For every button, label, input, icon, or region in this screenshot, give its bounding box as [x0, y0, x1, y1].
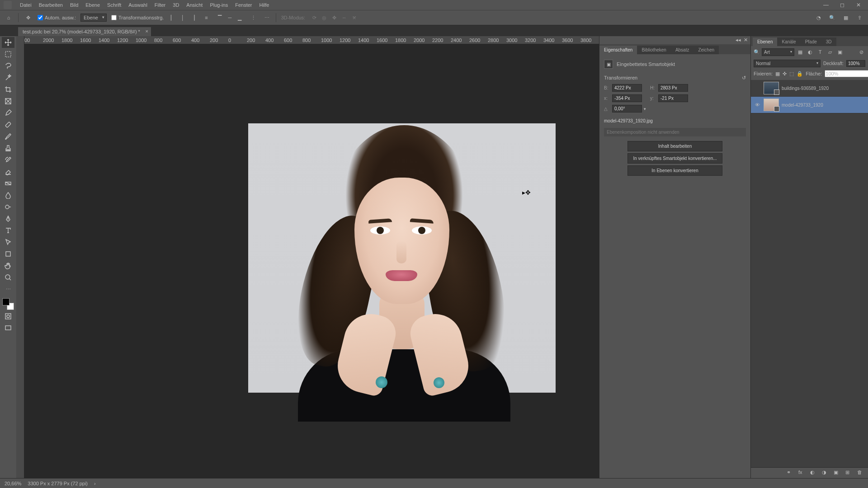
- minimize-button[interactable]: —: [820, 0, 832, 9]
- menu-select[interactable]: Auswahl: [125, 2, 151, 8]
- menu-plugins[interactable]: Plug-ins: [206, 2, 231, 8]
- eyedropper-tool[interactable]: [2, 108, 14, 118]
- tab-character[interactable]: Zeichen: [693, 46, 719, 54]
- zoom-tool[interactable]: [2, 272, 14, 283]
- brush-tool[interactable]: [2, 131, 14, 142]
- hand-tool[interactable]: [2, 260, 14, 271]
- search-icon[interactable]: 🔍: [754, 49, 760, 55]
- color-swatch[interactable]: [2, 298, 14, 310]
- shape-tool[interactable]: [2, 249, 14, 259]
- align-hcenter-icon[interactable]: │: [178, 13, 187, 22]
- blend-mode-select[interactable]: Normal: [754, 60, 821, 67]
- filter-toggle-icon[interactable]: ⊘: [857, 48, 865, 56]
- align-bottom-icon[interactable]: ▁: [235, 13, 244, 22]
- visibility-toggle[interactable]: 👁: [754, 102, 761, 108]
- crop-tool[interactable]: [2, 84, 14, 95]
- tab-properties[interactable]: Eigenschaften: [599, 46, 637, 54]
- menu-view[interactable]: Ansicht: [183, 2, 206, 8]
- eraser-tool[interactable]: [2, 166, 14, 177]
- layer-thumbnail[interactable]: [764, 99, 779, 111]
- more-options-icon[interactable]: ⋯: [262, 13, 271, 22]
- menu-layer[interactable]: Ebene: [82, 2, 104, 8]
- align-right-icon[interactable]: ▕: [188, 13, 197, 22]
- pen-tool[interactable]: [2, 213, 14, 224]
- path-select-tool[interactable]: [2, 237, 14, 248]
- filter-pixel-icon[interactable]: ▦: [796, 48, 804, 56]
- lasso-tool[interactable]: [2, 61, 14, 71]
- move-tool[interactable]: [2, 37, 14, 48]
- filter-smart-icon[interactable]: ▣: [836, 48, 844, 56]
- transform-ctrls-check[interactable]: [111, 15, 117, 20]
- marquee-tool[interactable]: [2, 49, 14, 60]
- tab-3d[interactable]: 3D: [821, 38, 836, 46]
- tab-paths[interactable]: Pfade: [801, 38, 821, 46]
- status-more-icon[interactable]: ›: [94, 481, 96, 486]
- menu-type[interactable]: Schrift: [104, 2, 125, 8]
- edit-contents-button[interactable]: Inhalt bearbeiten: [627, 141, 722, 151]
- auto-select-target[interactable]: Ebene: [80, 14, 107, 22]
- align-vcenter-icon[interactable]: ─: [225, 13, 234, 22]
- lock-pixels-icon[interactable]: ▦: [775, 70, 780, 77]
- menu-window[interactable]: Fenster: [231, 2, 255, 8]
- distribute-v-icon[interactable]: ⋮: [249, 13, 258, 22]
- lock-position-icon[interactable]: ✜: [783, 70, 787, 77]
- panel-close-icon[interactable]: ✕: [744, 37, 748, 43]
- healing-tool[interactable]: [2, 119, 14, 130]
- x-field[interactable]: [612, 94, 642, 102]
- angle-dropdown-icon[interactable]: ▾: [644, 107, 646, 111]
- convert-linked-button[interactable]: In verknüpftes Smartobjekt konvertieren.…: [627, 153, 722, 164]
- cloud-docs-icon[interactable]: ◔: [814, 13, 824, 23]
- opacity-field[interactable]: [846, 60, 865, 67]
- type-tool[interactable]: [2, 225, 14, 236]
- menu-help[interactable]: Hilfe: [255, 2, 273, 8]
- share-icon[interactable]: ⇪: [854, 13, 864, 23]
- align-top-icon[interactable]: ▔: [215, 13, 224, 22]
- search-icon[interactable]: 🔍: [827, 13, 837, 23]
- filter-adjust-icon[interactable]: ◐: [806, 48, 814, 56]
- document-tab[interactable]: test.psdc bei 20,7% (model-429733_1920, …: [18, 27, 151, 36]
- delete-layer-icon[interactable]: 🗑: [857, 469, 864, 477]
- dodge-tool[interactable]: [2, 202, 14, 212]
- width-field[interactable]: [612, 84, 642, 92]
- close-icon[interactable]: ×: [145, 28, 148, 34]
- layer-mask-icon[interactable]: ◐: [810, 469, 817, 477]
- maximize-button[interactable]: ◻: [836, 0, 848, 9]
- auto-select-checkbox[interactable]: Autom. ausw.:: [38, 15, 76, 20]
- blur-tool[interactable]: [2, 190, 14, 201]
- distribute-h-icon[interactable]: ≡: [202, 13, 211, 22]
- auto-select-check[interactable]: [38, 15, 43, 20]
- layer-item-buildings[interactable]: buildings-936589_1920: [751, 80, 868, 97]
- quick-mask-icon[interactable]: [2, 311, 14, 322]
- layer-item-model[interactable]: 👁 model-429733_1920: [751, 97, 868, 113]
- filter-type-icon[interactable]: T: [816, 48, 824, 56]
- reset-transform-icon[interactable]: ↺: [742, 75, 746, 81]
- link-layers-icon[interactable]: ⚭: [787, 469, 794, 477]
- home-icon[interactable]: ⌂: [4, 13, 14, 23]
- menu-filter[interactable]: Filter: [151, 2, 169, 8]
- convert-layers-button[interactable]: In Ebenen konvertieren: [627, 165, 722, 176]
- menu-3d[interactable]: 3D: [169, 2, 183, 8]
- move-tool-icon[interactable]: ✥: [23, 13, 33, 23]
- filter-type-select[interactable]: Art: [762, 48, 794, 56]
- document-canvas[interactable]: [248, 123, 556, 393]
- lock-artboard-icon[interactable]: ⬚: [789, 70, 794, 77]
- fill-field[interactable]: [825, 70, 868, 77]
- lock-all-icon[interactable]: 🔒: [797, 70, 803, 77]
- frame-tool[interactable]: [2, 96, 14, 107]
- height-field[interactable]: [658, 84, 688, 92]
- group-icon[interactable]: ▣: [834, 469, 841, 477]
- y-field[interactable]: [658, 94, 688, 102]
- screen-mode-icon[interactable]: [2, 323, 14, 333]
- tab-paragraph[interactable]: Absatz: [671, 46, 694, 54]
- tab-layers[interactable]: Ebenen: [753, 38, 777, 46]
- gradient-tool[interactable]: [2, 178, 14, 189]
- wand-tool[interactable]: [2, 72, 14, 83]
- new-layer-icon[interactable]: ⊞: [845, 469, 853, 477]
- canvas-area[interactable]: [24, 44, 599, 478]
- history-brush-tool[interactable]: [2, 155, 14, 165]
- transform-controls-checkbox[interactable]: Transformationsstrg.: [111, 15, 164, 20]
- menu-image[interactable]: Bild: [66, 2, 82, 8]
- foreground-color[interactable]: [2, 298, 9, 305]
- tab-libraries[interactable]: Bibliotheken: [637, 46, 670, 54]
- zoom-level[interactable]: 20,66%: [5, 481, 21, 486]
